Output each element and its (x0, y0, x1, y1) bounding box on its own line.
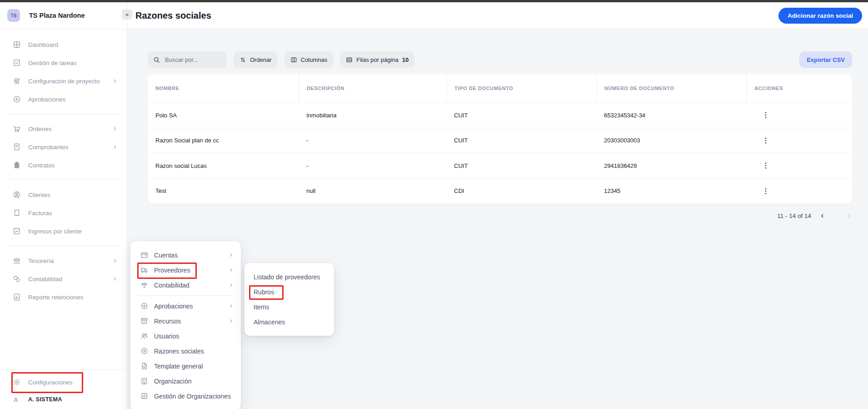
cell-numero: 2941836429 (596, 153, 746, 178)
sidebar-item-configuracion-de-proyecto[interactable]: Configuracion de proyecto (0, 72, 127, 90)
columns-button[interactable]: Columnas (284, 51, 334, 68)
add-razon-social-button[interactable]: Adicionar razón social (778, 8, 862, 24)
rows-per-page-value: 10 (402, 56, 409, 63)
menu-item-contabilidad[interactable]: Contabilidad (130, 278, 241, 293)
org-chart-icon (140, 392, 148, 400)
rows-per-page-button[interactable]: Filas por página 10 (340, 51, 414, 68)
row-actions-kebab-icon[interactable]: ⋮ (759, 160, 772, 171)
menu-divider (138, 295, 234, 296)
customer-icon (13, 191, 21, 199)
plus-circle-icon (140, 302, 148, 310)
cell-tipo: CUIT (446, 102, 596, 128)
sidebar-item-configuraciones[interactable]: Configuraciones (0, 373, 127, 391)
row-actions-kebab-icon[interactable]: ⋮ (759, 135, 772, 146)
column-header-acciones: ACCIONES (746, 74, 852, 102)
row-actions-kebab-icon[interactable]: ⋮ (759, 186, 772, 197)
sidebar-item-ingresos-por-cliente[interactable]: Ingresos por cliente (0, 222, 127, 240)
menu-item-label: Aprobaciones (154, 303, 229, 310)
row-actions-kebab-icon[interactable]: ⋮ (759, 110, 772, 121)
sidebar-item-contratos[interactable]: Contratos (0, 156, 127, 174)
sidebar-item-label: Ingresos por cliente (28, 228, 118, 235)
column-header-descripcion[interactable]: DESCRIPCIÓN (299, 74, 446, 102)
page-header: Razones sociales Adicionar razón social (127, 2, 868, 29)
users-icon (140, 332, 148, 340)
user-avatar: A (14, 396, 21, 403)
chevron-right-icon (112, 258, 118, 263)
submenu-item-rubros[interactable]: Rubros (244, 284, 334, 299)
cell-nombre: Test (148, 178, 299, 204)
cell-nombre: Razon social Lucas (148, 153, 299, 178)
gear-icon (13, 378, 21, 386)
menu-item-label: Proveedores (154, 267, 229, 274)
sidebar-item-tesoreria[interactable]: Tesorería (0, 252, 127, 270)
column-header-nombre[interactable]: NOMBRE (148, 74, 299, 102)
truck-icon (140, 266, 148, 274)
previous-page-icon[interactable] (819, 213, 825, 219)
submenu-item-listado-de-proveedores[interactable]: Listado de proveedores (244, 269, 334, 284)
sidebar-item-gestion-de-tareas[interactable]: Gestión de tareas (0, 54, 127, 72)
cell-nombre: Polo SA (148, 102, 299, 128)
grid-icon (13, 40, 21, 49)
columns-label: Columnas (301, 56, 328, 63)
column-header-tipo-de-documento[interactable]: TIPO DE DOCUMENTO (446, 74, 596, 102)
sidebar-item-dashboard[interactable]: Dashboard (0, 35, 127, 54)
menu-item-template-general[interactable]: Template general (130, 359, 241, 374)
sidebar-footer-divider (0, 369, 127, 370)
sort-button[interactable]: Ordenar (234, 51, 278, 68)
cell-numero: 6532345342-34 (596, 102, 746, 128)
menu-item-label: Organización (154, 378, 234, 385)
scale-icon (140, 281, 148, 289)
coins-icon (13, 275, 21, 283)
menu-item-recursos[interactable]: Recursos (130, 313, 241, 328)
sidebar-item-contabilidad[interactable]: Contabilidad (0, 270, 127, 288)
sidebar-item-label: Contratos (28, 162, 118, 169)
menu-item-aprobaciones[interactable]: Aprobaciones (130, 298, 241, 313)
sidebar-item-ordenes[interactable]: Ordenes (0, 120, 127, 138)
chevron-right-icon (229, 268, 234, 273)
cell-tipo: CUIT (446, 153, 596, 178)
table-row: Razon Social plan de cc - CUIT 203030030… (148, 128, 852, 153)
menu-item-cuentas[interactable]: Cuentas (130, 247, 241, 263)
export-csv-button[interactable]: Exportar CSV (799, 51, 852, 68)
pagination: 11 - 14 of 14 (777, 212, 852, 219)
submenu-item-items[interactable]: Items (244, 299, 334, 314)
proveedores-submenu: Listado de proveedores Rubros Items Alma… (244, 263, 334, 336)
cell-tipo: CDI (446, 178, 596, 204)
bank-icon (13, 257, 21, 265)
search-input[interactable] (164, 56, 220, 64)
sidebar-item-label: Tesorería (28, 258, 112, 264)
next-page-icon[interactable] (846, 213, 852, 219)
sidebar-item-label: Comprobantes (28, 144, 112, 151)
table-row: Test null CDI 12345 ⋮ (148, 178, 852, 204)
sidebar-item-aprobaciones[interactable]: Aprobaciones (0, 90, 127, 108)
sidebar-user[interactable]: A A. SISTEMA (0, 392, 127, 407)
sidebar-item-label: Ordenes (28, 126, 112, 132)
search-box (148, 51, 227, 68)
menu-item-organizacion[interactable]: Organización (130, 374, 241, 389)
menu-item-proveedores[interactable]: Proveedores (130, 263, 241, 278)
menu-item-razones-sociales[interactable]: Razones sociales (130, 343, 241, 359)
sidebar-item-label: Clientes (28, 192, 118, 198)
chevron-right-icon (229, 303, 234, 308)
workspace-switcher[interactable]: TS TS Plaza Nardone (0, 2, 127, 29)
sidebar-item-facturas[interactable]: Facturas (0, 204, 127, 222)
menu-item-gestion-de-organizaciones[interactable]: Gestión de Organizaciones (130, 389, 241, 404)
menu-item-label: Gestión de Organizaciones (154, 393, 234, 400)
cell-descripcion: - (299, 128, 446, 153)
tasks-icon (13, 59, 21, 67)
sidebar-item-reporte-retenciones[interactable]: Reporte retenciones (0, 288, 127, 306)
sidebar-item-label: Configuracion de proyecto (28, 78, 112, 85)
sidebar-collapse-button[interactable]: « (122, 9, 132, 20)
sidebar-item-clientes[interactable]: Clientes (0, 186, 127, 204)
cell-descripcion: Inmobiliaria (299, 102, 446, 128)
plus-circle-icon (13, 95, 21, 103)
sidebar-item-comprobantes[interactable]: Comprobantes (0, 138, 127, 156)
rows-per-page-label: Filas por página (356, 56, 399, 63)
sidebar-item-label: Dashboard (28, 41, 118, 48)
menu-item-label: Usuarios (154, 333, 234, 340)
sort-arrows-icon (239, 56, 246, 63)
menu-item-usuarios[interactable]: Usuarios (130, 328, 241, 343)
chevron-right-icon (229, 318, 234, 323)
column-header-numero-de-documento[interactable]: NÚMERO DE DOCUMENTO (596, 74, 746, 102)
submenu-item-almacenes[interactable]: Almacenes (244, 314, 334, 329)
